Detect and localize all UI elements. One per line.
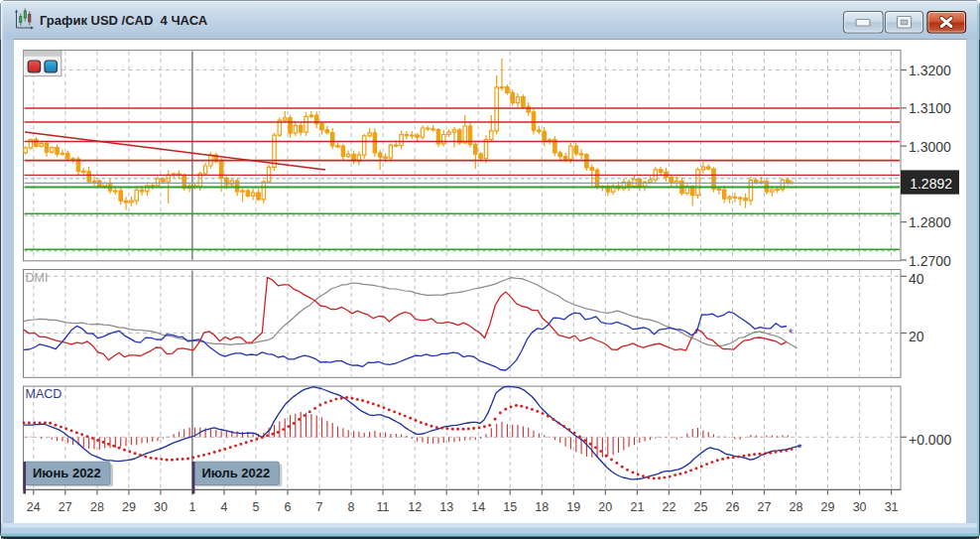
svg-text:*: *: [797, 442, 802, 456]
svg-text:DMI: DMI: [26, 271, 49, 285]
svg-text:15: 15: [503, 500, 517, 514]
svg-text:1: 1: [188, 500, 195, 514]
svg-text:13: 13: [439, 500, 453, 514]
svg-text:24: 24: [27, 500, 41, 514]
svg-text:28: 28: [90, 500, 104, 514]
svg-text:1.2800: 1.2800: [909, 214, 951, 230]
svg-text:MACD: MACD: [26, 387, 62, 401]
svg-text:7: 7: [316, 500, 323, 514]
svg-text:Июль 2022: Июль 2022: [201, 466, 270, 480]
svg-text:1.3000: 1.3000: [909, 139, 951, 155]
svg-text:*: *: [789, 177, 795, 193]
svg-text:29: 29: [122, 500, 136, 514]
svg-text:+0.000: +0.000: [909, 432, 951, 448]
svg-text:1.3200: 1.3200: [909, 63, 951, 78]
svg-text:30: 30: [154, 500, 168, 514]
svg-text:27: 27: [59, 500, 72, 514]
svg-text:40: 40: [909, 271, 924, 287]
svg-text:25: 25: [693, 500, 707, 514]
svg-text:*: *: [788, 326, 793, 340]
svg-text:21: 21: [630, 500, 644, 514]
svg-text:18: 18: [535, 500, 549, 514]
svg-text:Июнь 2022: Июнь 2022: [33, 466, 101, 480]
svg-text:1.2892: 1.2892: [910, 176, 952, 192]
svg-text:5: 5: [253, 500, 260, 514]
svg-text:22: 22: [662, 500, 675, 514]
svg-text:29: 29: [821, 500, 835, 514]
svg-text:4: 4: [221, 500, 228, 514]
svg-text:30: 30: [853, 500, 867, 514]
svg-text:График USD /CAD 4 ЧАСА: График USD /CAD 4 ЧАСА: [40, 13, 208, 28]
svg-text:1.2700: 1.2700: [909, 253, 951, 269]
svg-text:11: 11: [377, 500, 390, 514]
svg-text:28: 28: [790, 500, 803, 514]
svg-text:8: 8: [348, 500, 355, 514]
svg-text:20: 20: [909, 329, 924, 344]
svg-text:1.3100: 1.3100: [909, 100, 951, 116]
svg-text:27: 27: [758, 500, 772, 514]
svg-text:14: 14: [471, 500, 485, 514]
svg-text:6: 6: [285, 500, 292, 514]
svg-text:26: 26: [726, 500, 740, 514]
svg-text:20: 20: [598, 500, 612, 514]
svg-text:31: 31: [885, 500, 899, 514]
svg-text:12: 12: [408, 500, 422, 514]
svg-text:19: 19: [566, 500, 580, 514]
